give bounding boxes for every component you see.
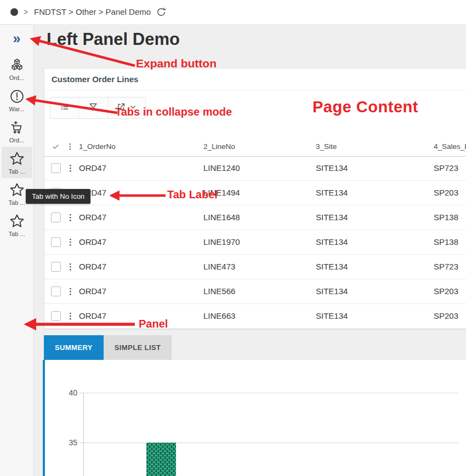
kebab-icon[interactable]: ⋮ [66, 137, 74, 156]
y-tick-label: 40 [47, 387, 77, 398]
tooltip: Tab with No Icon [26, 189, 90, 204]
tick-40 [79, 393, 83, 393]
double-chevron-right-icon: » [13, 31, 21, 46]
cell-1_OrderNo: ORD47 [79, 304, 106, 328]
app-window: > FNDTST > Other > Panel Demo » Ord...Wa… [0, 0, 466, 476]
cell-1_OrderNo: ORD47 [79, 205, 106, 230]
cell-2_LineNo: LINE1648 [203, 205, 240, 230]
page-title: Left Panel Demo [47, 30, 180, 49]
row-checkbox[interactable] [51, 262, 61, 272]
summery-tab-panel: 4035 [43, 360, 466, 476]
row-checkbox[interactable] [51, 213, 61, 222]
cell-3_Site: SITE134 [316, 279, 348, 303]
sidebar-item-0-ord[interactable]: Ord... [2, 53, 32, 84]
expand-button[interactable]: » [0, 30, 33, 49]
row-kebab-icon[interactable]: ⋮ [66, 279, 75, 303]
circle-icon[interactable] [10, 8, 18, 16]
row-checkbox[interactable] [51, 237, 61, 247]
sidebar-item-5-tab[interactable]: Tab ... [2, 209, 32, 240]
cell-1_OrderNo: ORD47 [79, 230, 106, 254]
cell-3_Site: SITE134 [316, 304, 348, 328]
table-row[interactable]: ⋮ORD47LINE1494SITE134SP203 [44, 181, 466, 205]
column-header-2_LineNo[interactable]: 2_LineNo [203, 137, 235, 156]
cart-plus-icon [9, 119, 25, 136]
cell-4_Sales_P: SP203 [434, 181, 458, 205]
cell-4_Sales_P: SP723 [434, 255, 458, 279]
gridline-40 [83, 393, 459, 393]
refresh-icon[interactable] [156, 7, 167, 18]
star-icon [9, 150, 25, 168]
sidebar-item-label: Tab ... [9, 168, 25, 175]
sidebar-item-3-tab[interactable]: Tab ... [2, 147, 32, 178]
table-body: ⋮ORD47LINE1240SITE134SP723⋮ORD47LINE1494… [44, 156, 466, 329]
chart-bar [146, 443, 176, 476]
table-row[interactable]: ⋮ORD47LINE1240SITE134SP723 [44, 156, 466, 181]
table-header-row: ⋮1_OrderNo2_LineNo3_Site4_Sales_P [44, 137, 466, 157]
row-kebab-icon[interactable]: ⋮ [66, 304, 75, 328]
list-button[interactable] [50, 98, 79, 118]
check-icon[interactable] [52, 142, 60, 153]
cell-2_LineNo: LINE1240 [203, 156, 240, 180]
cell-3_Site: SITE134 [316, 230, 348, 254]
cell-4_Sales_P: SP138 [434, 230, 458, 254]
cell-1_OrderNo: ORD47 [79, 255, 106, 279]
row-checkbox[interactable] [51, 163, 61, 173]
tick-35 [79, 443, 83, 443]
annotation-page-content: Page Content [312, 98, 418, 116]
star-icon [9, 181, 25, 199]
cubes-icon [9, 56, 25, 74]
chart: 4035 [45, 360, 466, 476]
filter-button[interactable] [79, 98, 107, 118]
cell-4_Sales_P: SP203 [434, 279, 458, 303]
cell-3_Site: SITE134 [316, 255, 348, 279]
table-row[interactable]: ⋮ORD47LINE663SITE134SP203 [44, 304, 466, 329]
row-kebab-icon[interactable]: ⋮ [66, 205, 75, 230]
row-kebab-icon[interactable]: ⋮ [66, 255, 75, 279]
warning-icon [9, 88, 25, 105]
cell-2_LineNo: LINE663 [203, 304, 235, 328]
annotation-tab-label: Tab Label [167, 188, 218, 201]
sidebar-item-label: War... [9, 106, 24, 112]
cell-2_LineNo: LINE1970 [203, 230, 240, 254]
sidebar-item-label: Tab ... [9, 231, 25, 237]
sidebar-item-label: Ord... [9, 74, 25, 81]
table-row[interactable]: ⋮ORD47LINE473SITE134SP723 [44, 255, 466, 279]
breadcrumb[interactable]: FNDTST > Other > Panel Demo [34, 0, 151, 24]
cell-1_OrderNo: ORD47 [79, 279, 106, 303]
cell-3_Site: SITE134 [316, 156, 348, 180]
column-header-4_Sales_P[interactable]: 4_Sales_P [434, 137, 466, 156]
sidebar-item-label: Ord... [9, 137, 25, 144]
sidebar-tab-list: Ord...War...Ord...Tab ...Tab ...Tab ... [0, 53, 33, 240]
cell-4_Sales_P: SP138 [434, 205, 458, 230]
cell-2_LineNo: LINE473 [203, 255, 235, 279]
cell-4_Sales_P: SP203 [434, 304, 458, 328]
table-row[interactable]: ⋮ORD47LINE1970SITE134SP138 [44, 230, 466, 255]
gridline-35 [83, 443, 459, 443]
left-panel-collapsed: » Ord...War...Ord...Tab ...Tab ...Tab ..… [0, 24, 34, 476]
annotation-panel: Panel [139, 318, 168, 330]
sidebar-item-1-war[interactable]: War... [2, 84, 32, 116]
card-header: Customer Order Lines [44, 68, 466, 90]
cell-2_LineNo: LINE566 [203, 279, 235, 303]
breadcrumb-bar: > FNDTST > Other > Panel Demo [0, 0, 466, 24]
column-header-3_Site[interactable]: 3_Site [316, 137, 337, 156]
tab-simple-list[interactable]: SIMPLE LIST [104, 335, 172, 360]
annotation-tabs-in-collapse: Tabs in collapse mode [115, 106, 232, 118]
row-checkbox[interactable] [51, 286, 61, 296]
table-row[interactable]: ⋮ORD47LINE566SITE134SP203 [44, 279, 466, 304]
breadcrumb-chevron-icon: > [24, 0, 28, 24]
column-header-1_OrderNo[interactable]: 1_OrderNo [79, 137, 116, 156]
row-kebab-icon[interactable]: ⋮ [66, 230, 75, 254]
list-icon [60, 102, 70, 114]
tab-summery[interactable]: SUMMERY [44, 335, 104, 360]
annotation-expand-button: Expand button [136, 57, 217, 70]
cell-3_Site: SITE134 [316, 181, 348, 205]
y-axis [83, 393, 84, 476]
cell-4_Sales_P: SP723 [434, 156, 458, 180]
filter-icon [88, 102, 98, 114]
table-row[interactable]: ⋮ORD47LINE1648SITE134SP138 [44, 205, 466, 230]
y-tick-label: 35 [47, 437, 77, 448]
row-kebab-icon[interactable]: ⋮ [66, 156, 75, 180]
row-checkbox[interactable] [51, 311, 61, 321]
sidebar-item-2-ord[interactable]: Ord... [2, 116, 32, 147]
